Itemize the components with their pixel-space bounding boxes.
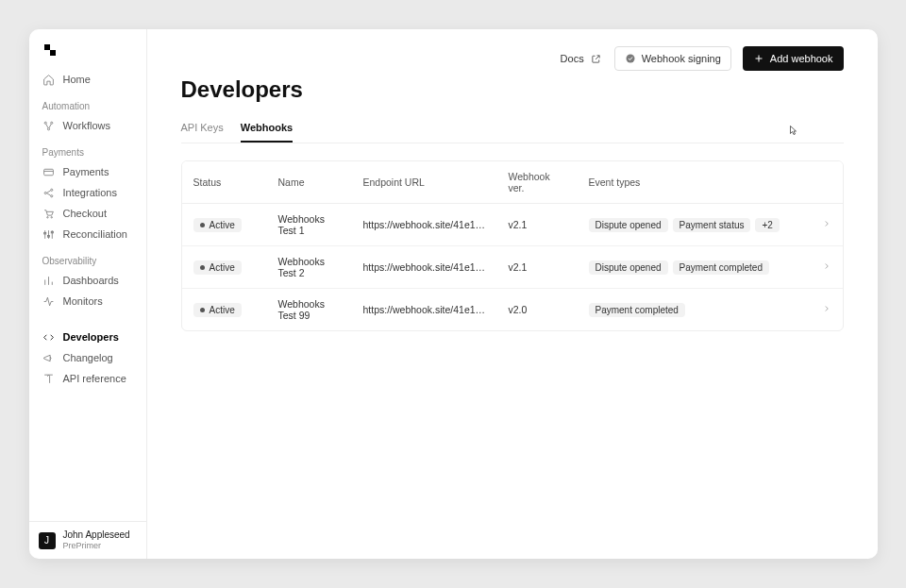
tab-webhooks[interactable]: Webhooks (241, 116, 293, 143)
sidebar-section-observability: Observability (42, 256, 139, 266)
sidebar-item-reconciliation[interactable]: Reconciliation (41, 224, 139, 244)
endpoint-url: https://webhook.site/41e17ea4-a... (363, 304, 486, 315)
col-status: Status (182, 161, 267, 204)
status-text: Active (210, 305, 235, 315)
cart-icon (42, 207, 56, 220)
status-text: Active (210, 220, 235, 230)
user-org: PrePrimer (63, 541, 130, 551)
webhook-version: v2.1 (497, 204, 578, 246)
endpoint-url: https://webhook.site/41e17ea4-a... (363, 261, 486, 273)
sidebar-item-label: API reference (63, 373, 126, 384)
status-text: Active (210, 262, 235, 273)
row-expand[interactable] (811, 204, 843, 246)
webhook-name: Webhooks Test 2 (267, 246, 352, 289)
docs-label: Docs (561, 53, 584, 64)
endpoint-url: https://webhook.site/41e17ea4-a... (363, 219, 486, 230)
sidebar-item-label: Payments (63, 166, 109, 177)
row-expand[interactable] (811, 246, 843, 289)
logo-wrap (29, 29, 146, 69)
workflow-icon (42, 119, 56, 132)
chevron-right-icon (822, 219, 831, 228)
tab-api-keys[interactable]: API Keys (181, 116, 224, 143)
book-icon (42, 372, 56, 385)
chevron-right-icon (822, 261, 831, 271)
webhook-signing-button[interactable]: Webhook signing (614, 46, 731, 71)
card-icon (42, 165, 56, 178)
sidebar-item-api-reference[interactable]: API reference (41, 368, 139, 389)
table-row[interactable]: ActiveWebhooks Test 1https://webhook.sit… (182, 204, 843, 246)
webhook-name: Webhooks Test 1 (267, 204, 352, 246)
sidebar-item-label: Dashboards (63, 275, 119, 286)
svg-point-6 (51, 194, 53, 196)
sidebar-item-label: Developers (63, 331, 119, 343)
svg-point-12 (626, 55, 634, 63)
event-chip: Payment completed (589, 303, 685, 317)
add-webhook-label: Add webhook (770, 53, 833, 64)
col-endpoint: Endpoint URL (352, 161, 497, 204)
sidebar-item-dashboards[interactable]: Dashboards (41, 270, 139, 291)
sidebar-item-label: Home (63, 74, 91, 85)
svg-point-2 (47, 127, 49, 129)
brand-logo[interactable] (42, 44, 56, 58)
svg-point-0 (44, 122, 46, 124)
sidebar-item-label: Changelog (63, 352, 113, 363)
home-icon (42, 73, 56, 86)
sidebar-item-checkout[interactable]: Checkout (41, 203, 139, 224)
sliders-icon (42, 227, 56, 241)
check-circle-icon (625, 53, 636, 64)
external-link-icon (590, 52, 603, 65)
event-chip: Payment status (673, 218, 751, 232)
webhook-version: v2.1 (497, 246, 578, 289)
user-name: John Appleseed (63, 529, 130, 541)
sidebar-item-label: Workflows (63, 120, 111, 131)
sidebar-item-developers[interactable]: Developers (41, 327, 139, 347)
integration-icon (42, 186, 56, 199)
status-badge: Active (193, 218, 242, 232)
tabs: API Keys Webhooks (181, 116, 844, 143)
docs-link[interactable]: Docs (561, 52, 603, 65)
plus-icon (753, 53, 764, 64)
status-badge: Active (193, 260, 242, 275)
page-title: Developers (181, 76, 844, 103)
app-frame: Home Automation Workflows Payments Payme… (29, 29, 878, 559)
sidebar-item-integrations[interactable]: Integrations (41, 182, 139, 203)
svg-point-1 (51, 122, 53, 124)
row-expand[interactable] (811, 289, 843, 331)
user-box[interactable]: J John Appleseed PrePrimer (29, 521, 146, 559)
bars-icon (42, 274, 56, 287)
table-row[interactable]: ActiveWebhooks Test 2https://webhook.sit… (182, 246, 843, 289)
sidebar-item-payments[interactable]: Payments (41, 161, 139, 182)
add-webhook-button[interactable]: Add webhook (743, 46, 844, 71)
webhook-signing-label: Webhook signing (642, 53, 721, 64)
event-chip: Dispute opened (589, 260, 668, 275)
sidebar: Home Automation Workflows Payments Payme… (29, 29, 147, 559)
svg-point-7 (47, 216, 48, 217)
activity-icon (42, 294, 56, 308)
svg-point-5 (51, 189, 53, 191)
sidebar-item-workflows[interactable]: Workflows (41, 115, 139, 136)
col-events: Event types (578, 161, 811, 204)
main: Docs Webhook signing Add webhook Develop… (147, 29, 878, 559)
webhook-name: Webhooks Test 99 (267, 289, 352, 331)
chevron-right-icon (822, 304, 831, 313)
sidebar-section-payments: Payments (42, 147, 139, 158)
event-chip: Dispute opened (589, 218, 668, 232)
sidebar-item-home[interactable]: Home (41, 69, 139, 90)
avatar: J (39, 532, 56, 549)
svg-rect-3 (44, 169, 54, 176)
table-row[interactable]: ActiveWebhooks Test 99https://webhook.si… (182, 289, 843, 331)
sidebar-item-label: Monitors (63, 295, 103, 307)
event-chip: Payment completed (673, 260, 769, 275)
sidebar-item-changelog[interactable]: Changelog (41, 347, 139, 368)
sidebar-item-monitors[interactable]: Monitors (41, 291, 139, 311)
code-icon (42, 330, 56, 344)
topbar: Docs Webhook signing Add webhook (181, 46, 844, 71)
webhook-version: v2.0 (497, 289, 578, 331)
webhooks-table: Status Name Endpoint URL Webhook ver. Ev… (181, 160, 844, 331)
col-version: Webhook ver. (497, 161, 578, 204)
sidebar-item-label: Reconciliation (63, 228, 127, 240)
sidebar-section-automation: Automation (42, 101, 139, 111)
svg-point-4 (44, 192, 46, 193)
megaphone-icon (42, 351, 56, 364)
nav: Home Automation Workflows Payments Payme… (29, 69, 146, 521)
